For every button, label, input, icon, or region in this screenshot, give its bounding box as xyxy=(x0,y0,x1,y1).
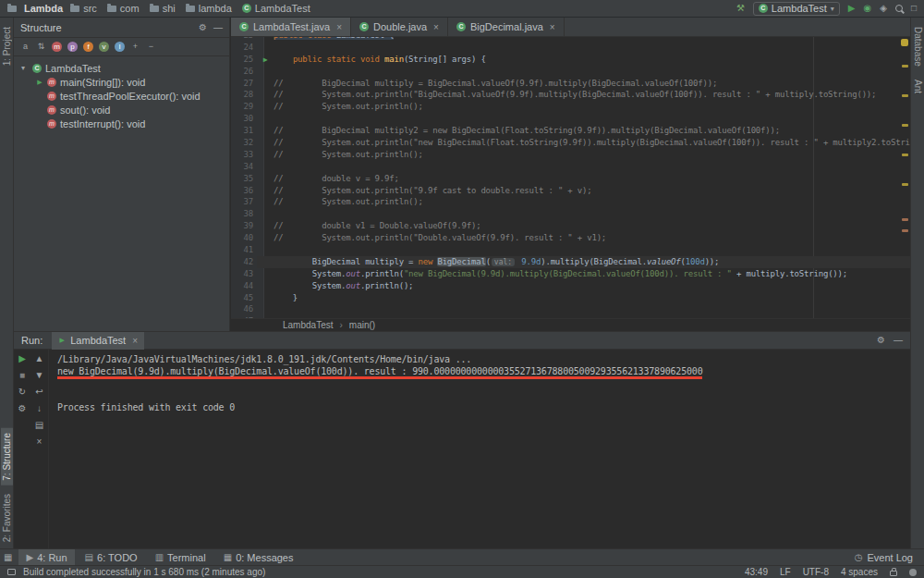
code-line[interactable]: 45 } xyxy=(231,292,910,304)
warning-stripe-mark[interactable] xyxy=(902,124,908,127)
settings-gear-icon[interactable]: ⚙ xyxy=(18,404,27,413)
coverage-icon[interactable]: ◈ xyxy=(880,4,887,13)
close-icon[interactable]: × xyxy=(433,22,439,32)
tool-stripe-button[interactable]: 7: Structure xyxy=(1,428,13,486)
breadcrumb-item[interactable]: CLambdaTest xyxy=(242,3,310,14)
code-line[interactable]: 37// System.out.println(); xyxy=(231,196,910,208)
scroll-to-end-icon[interactable]: ↓ xyxy=(37,404,42,413)
warning-stripe-mark[interactable] xyxy=(902,94,908,97)
status-widget[interactable]: UTF-8 xyxy=(803,567,829,577)
show-inherited-icon[interactable]: I xyxy=(115,42,125,52)
code-line[interactable]: 44 System.out.println(); xyxy=(231,280,910,292)
tool-window-tab[interactable]: ▦0: Messages xyxy=(216,549,301,566)
print-icon[interactable]: ▤ xyxy=(35,421,43,430)
code-line[interactable]: 25▶ public static void main(String[] arg… xyxy=(231,54,910,66)
tool-stripe-button[interactable]: Database xyxy=(912,22,924,71)
run-icon[interactable]: ▶ xyxy=(848,4,856,13)
code-line[interactable]: 46 xyxy=(231,303,910,315)
expand-arrow-icon[interactable]: ▾ xyxy=(21,64,29,72)
show-fields-icon[interactable]: f xyxy=(83,42,93,52)
structure-root[interactable]: ▾CLambdaTest xyxy=(14,61,229,75)
restart-icon[interactable]: ↻ xyxy=(18,387,26,397)
editor-tab[interactable]: CBigDecimal.java× xyxy=(448,18,565,36)
breadcrumb-item[interactable]: shi xyxy=(150,3,176,14)
show-variables-icon[interactable]: v xyxy=(99,42,109,52)
code-line[interactable]: 24 xyxy=(231,42,910,54)
hector-icon[interactable] xyxy=(909,569,917,576)
sort-alphabetically-icon[interactable]: a xyxy=(20,42,30,52)
close-icon[interactable]: × xyxy=(550,22,555,32)
code-line[interactable]: 47 xyxy=(231,315,910,318)
up-stack-trace-icon[interactable]: ▲ xyxy=(35,354,44,363)
code-line[interactable]: 30 xyxy=(231,113,910,125)
screencast-icon[interactable]: □ xyxy=(911,4,917,13)
hide-panel-icon[interactable]: — xyxy=(894,336,903,345)
structure-item[interactable]: ▶mtestThreadPoolExecutor(): void xyxy=(14,89,229,103)
rerun-icon[interactable]: ▶ xyxy=(18,354,26,363)
structure-item[interactable]: ▶mmain(String[]): void xyxy=(14,75,229,89)
console-output[interactable]: /Library/Java/JavaVirtualMachines/jdk1.8… xyxy=(49,350,910,548)
close-icon[interactable]: × xyxy=(132,336,138,346)
status-widget[interactable]: LF xyxy=(780,567,791,577)
warning-stripe-mark[interactable] xyxy=(902,229,908,232)
code-line[interactable]: 42 BigDecimal multiply = new BigDecimal(… xyxy=(231,256,910,268)
editor-tab[interactable]: CLambdaTest.java× xyxy=(231,18,351,36)
breadcrumb-item[interactable]: lambda xyxy=(186,3,232,14)
structure-item[interactable]: ▶msout(): void xyxy=(14,103,229,117)
code-line[interactable]: 35// double v = 9.9f; xyxy=(231,173,910,185)
build-hammer-icon[interactable]: ⚒ xyxy=(736,4,745,13)
breadcrumb-item[interactable]: src xyxy=(70,3,97,14)
editor-tab[interactable]: CDouble.java× xyxy=(351,18,448,36)
warning-stripe-mark[interactable] xyxy=(902,183,908,186)
settings-gear-icon[interactable]: ⚙ xyxy=(199,23,207,32)
status-widget[interactable]: 43:49 xyxy=(745,567,768,577)
breadcrumb-item[interactable]: LambdaTest xyxy=(283,320,333,330)
code-line[interactable]: 41 xyxy=(231,244,910,256)
debug-icon[interactable]: ◉ xyxy=(864,4,872,13)
warning-stripe-mark[interactable] xyxy=(902,218,908,221)
warning-stripe-mark[interactable] xyxy=(902,65,908,68)
search-everywhere-icon[interactable] xyxy=(895,5,903,12)
hide-panel-icon[interactable]: — xyxy=(213,23,223,32)
notification-icon[interactable] xyxy=(7,569,16,575)
show-properties-icon[interactable]: p xyxy=(67,42,78,52)
inspection-indicator[interactable] xyxy=(901,39,908,46)
tool-window-tab[interactable]: ▥Terminal xyxy=(148,549,213,566)
structure-item[interactable]: ▶mtestInterrupt(): void xyxy=(14,117,229,130)
project-name[interactable]: Lambda xyxy=(24,3,63,14)
code-line[interactable]: 32// System.out.println("new BigDecimal(… xyxy=(231,137,910,149)
code-line[interactable]: 40// System.out.println("Double.valueOf(… xyxy=(231,232,910,244)
code-line[interactable]: 31// BigDecimal multiply2 = new BigDecim… xyxy=(231,125,910,137)
code-line[interactable]: 29// System.out.println(); xyxy=(231,101,910,113)
code-line[interactable]: 43 System.out.println("new BigDecimal(9.… xyxy=(231,268,910,280)
tool-window-tab[interactable]: ▤6: TODO xyxy=(78,549,145,566)
code-line[interactable]: 36// System.out.println("9.9f cast to do… xyxy=(231,185,910,197)
tool-stripe-button[interactable]: 1: Project xyxy=(1,22,13,70)
breadcrumb-item[interactable]: com xyxy=(107,3,140,14)
down-stack-trace-icon[interactable]: ▼ xyxy=(35,371,44,380)
status-widget[interactable]: 4 spaces xyxy=(841,567,878,577)
code-line[interactable]: 39// double v1 = Double.valueOf(9.9f); xyxy=(231,220,910,232)
close-icon[interactable]: × xyxy=(336,22,342,32)
code-line[interactable]: 38 xyxy=(231,208,910,220)
soft-wrap-icon[interactable]: ↩ xyxy=(35,387,43,397)
event-log-button[interactable]: ◷ Event Log xyxy=(855,552,913,563)
stop-icon[interactable]: ■ xyxy=(19,371,25,380)
sort-by-visibility-icon[interactable]: ⇅ xyxy=(36,42,46,52)
run-line-icon[interactable]: ▶ xyxy=(263,55,268,64)
collapse-all-icon[interactable]: − xyxy=(146,42,156,52)
expand-all-icon[interactable]: + xyxy=(130,42,140,52)
run-config-combo[interactable]: C LambdaTest ▾ xyxy=(753,2,840,16)
clear-all-icon[interactable]: × xyxy=(37,437,43,447)
settings-gear-icon[interactable]: ⚙ xyxy=(877,336,885,345)
run-tab[interactable]: ▶ LambdaTest × xyxy=(52,332,144,350)
code-line[interactable]: 27// BigDecimal multiply = BigDecimal.va… xyxy=(231,78,910,90)
tool-window-switcher-icon[interactable]: ▦ xyxy=(4,553,12,562)
code-line[interactable]: 28// System.out.println("BigDecimal.valu… xyxy=(231,89,910,101)
tool-stripe-button[interactable]: 2: Favorites xyxy=(1,489,13,547)
status-message[interactable]: Build completed successfully in 1 s 680 … xyxy=(23,567,265,577)
show-methods-icon[interactable]: m xyxy=(52,42,62,52)
warning-stripe-mark[interactable] xyxy=(902,154,908,156)
tool-window-tab[interactable]: ▶4: Run xyxy=(18,549,74,566)
code-line[interactable]: 33// System.out.println(); xyxy=(231,149,910,161)
